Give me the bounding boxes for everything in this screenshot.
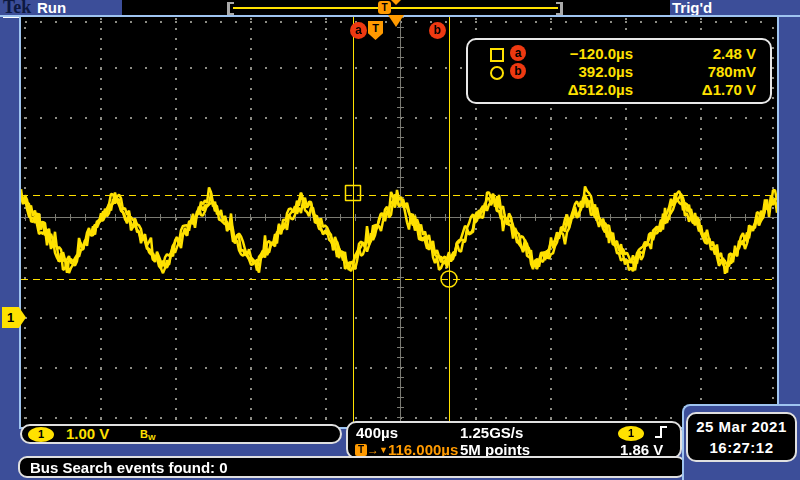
horizontal-scale: 400µs (356, 424, 398, 441)
channel1-readout[interactable]: 1 1.00 V BW (20, 424, 342, 444)
bw-main: B (140, 428, 148, 440)
trigger-status: Trig'd (672, 0, 712, 15)
sample-rate: 1.25GS/s (460, 424, 523, 441)
cursor-b-volt: 780mV (648, 62, 756, 81)
cursor-a-square-icon (490, 48, 504, 62)
cursor-b-flag[interactable]: b (429, 22, 446, 39)
horizontal-trigger-readout[interactable]: 400µs 1.25GS/s 1 T → ▼ 116.000µs 5M poin… (346, 421, 682, 459)
delay-arrow-icon: → (367, 443, 379, 457)
delay-trigger-icon: T (355, 444, 367, 456)
status-bar: Bus Search events found: 0 (18, 456, 686, 478)
acquisition-minimap[interactable] (233, 7, 558, 9)
acquisition-status: Run (37, 0, 66, 15)
cursor-b-bubble: b (510, 63, 526, 79)
minimap-expansion-marker-icon (391, 0, 401, 5)
cursor-delta-time: Δ512.0µs (528, 80, 633, 99)
cursor-b-circle-icon (490, 66, 504, 80)
cursor-a-flag[interactable]: a (350, 22, 367, 39)
date-text: 25 Mar 2021 (688, 416, 795, 438)
cursor-a-bubble: a (510, 45, 526, 61)
time-text: 16:27:12 (688, 437, 795, 459)
cursor-a-time: −120.0µs (528, 44, 633, 63)
cursor-b-time: 392.0µs (528, 62, 633, 81)
minimap-left-bracket-icon (227, 2, 234, 15)
minimap-right-bracket-icon (556, 2, 563, 15)
cursor-a-volt: 2.48 V (648, 44, 756, 63)
expansion-point-marker-icon[interactable] (388, 15, 404, 27)
channel1-badge[interactable]: 1 (28, 427, 54, 442)
delay-marker-icon: ▼ (379, 443, 388, 457)
channel1-scale: 1.00 V (66, 426, 109, 442)
bw-sub: W (148, 433, 156, 442)
bandwidth-limit-indicator: BW (140, 427, 156, 445)
clock-readout: 25 Mar 2021 16:27:12 (686, 412, 797, 462)
cursor-delta-volt: Δ1.70 V (648, 80, 756, 99)
trigger-source-badge[interactable]: 1 (618, 426, 644, 441)
minimap-trigger-box[interactable]: T (378, 1, 391, 14)
cursor-readout: a −120.0µs 2.48 V b 392.0µs 780mV Δ512.0… (466, 38, 772, 104)
status-message: Bus Search events found: 0 (30, 458, 228, 478)
trigger-slope-rising-icon (653, 424, 669, 440)
oscilloscope-screen: Tek Run Trig'd T T a b 1 a −120.0µs 2.48… (0, 0, 800, 480)
